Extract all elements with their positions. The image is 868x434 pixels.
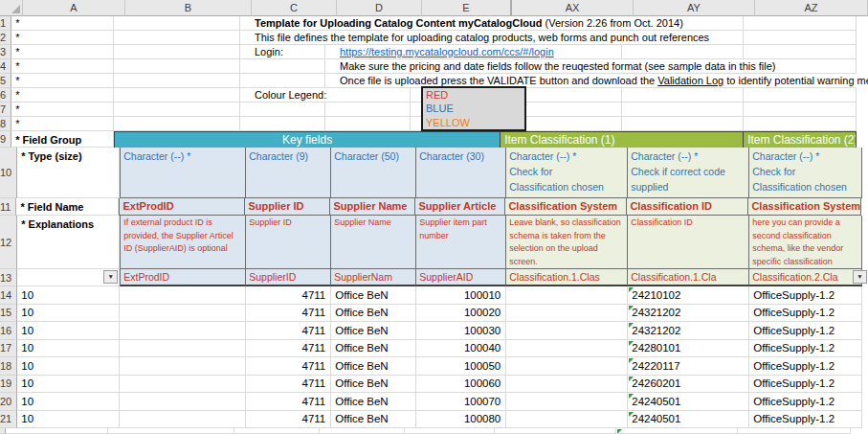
field-name-supplier-article[interactable]: Supplier Article — [415, 198, 505, 216]
row-header-6[interactable]: 6 — [0, 88, 11, 103]
row-header-11[interactable]: 11 — [0, 198, 16, 216]
col-header-AZ[interactable]: AZ — [755, 0, 868, 16]
cell-AY21[interactable]: 24240501 — [628, 411, 749, 429]
cell-B18[interactable] — [120, 357, 246, 376]
explanation-classification-system-1[interactable]: Leave blank, so classification schema is… — [506, 216, 628, 269]
cell-A3[interactable]: * — [11, 45, 114, 59]
cell-AX20[interactable] — [506, 393, 628, 411]
cell-AX17[interactable] — [506, 340, 628, 358]
explanation-supplier-name[interactable]: Supplier Name — [331, 216, 416, 269]
type-supplieraid[interactable]: Character (30) — [416, 148, 506, 198]
cell-E16[interactable]: 100030 — [416, 322, 506, 340]
cell-B15[interactable] — [120, 305, 246, 323]
cell-AX21[interactable] — [506, 411, 628, 429]
type-size-label[interactable]: * Type (size) — [17, 148, 120, 198]
cell-A14[interactable]: 10 — [17, 286, 120, 305]
row-header-19[interactable]: 19 — [0, 376, 17, 394]
cell-B5[interactable] — [114, 74, 240, 88]
cell-E20[interactable]: 100070 — [416, 393, 506, 411]
cell-D22[interactable] — [320, 428, 405, 434]
type-classification-system-2[interactable]: Character (--) * Check for Classificatio… — [749, 148, 862, 198]
cell-AZ19[interactable]: OfficeSupply-1.2 — [749, 376, 862, 394]
cell-D17[interactable]: Office BeN — [331, 340, 416, 358]
cell-AY20[interactable]: 24240501 — [628, 393, 749, 411]
cell-A15[interactable]: 10 — [17, 305, 120, 323]
cell-A7[interactable]: * — [11, 103, 114, 117]
cell-D16[interactable]: Office BeN — [331, 322, 416, 340]
cell-AY8[interactable] — [622, 117, 744, 131]
cell-B4[interactable] — [114, 59, 240, 74]
cell-C18[interactable]: 4711 — [246, 357, 331, 376]
row-header-18[interactable]: 18 — [0, 357, 17, 376]
cell-E18[interactable]: 100050 — [416, 357, 506, 376]
cell-AZ21[interactable]: OfficeSupply-1.2 — [749, 411, 862, 429]
cell-C4[interactable] — [240, 59, 325, 74]
cell-AX14[interactable] — [506, 286, 628, 305]
key-fields-band[interactable]: Key fields — [114, 131, 501, 148]
cell-B2[interactable] — [114, 31, 240, 45]
cell-AZ6[interactable] — [744, 88, 857, 103]
cell-AZ17[interactable]: OfficeSupply-1.2 — [749, 340, 862, 358]
filter-cell-A[interactable]: ▼ — [17, 269, 120, 286]
cell-C8[interactable] — [240, 117, 325, 131]
cell-C5[interactable] — [240, 74, 325, 88]
row-header-7[interactable]: 7 — [0, 103, 11, 117]
field-name-label[interactable]: * Field Name — [16, 198, 119, 216]
explanation-supplier-article[interactable]: Supplier item part number — [416, 216, 506, 269]
cell-A21[interactable]: 10 — [17, 411, 120, 429]
col-header-AY[interactable]: AY — [634, 0, 755, 16]
cell-D6[interactable] — [325, 88, 411, 103]
cell-A4[interactable]: * — [11, 59, 114, 74]
cell-B20[interactable] — [120, 393, 246, 411]
row-header-15[interactable]: 15 — [0, 305, 17, 323]
cell-B7[interactable] — [114, 103, 240, 117]
cell-C15[interactable]: 4711 — [246, 305, 331, 323]
field-name-supplier-name[interactable]: Supplier Name — [330, 198, 415, 216]
explanation-extprodid[interactable]: If external product ID is provided, the … — [120, 216, 246, 269]
cell-A17[interactable]: 10 — [17, 340, 120, 358]
filter-dropdown-classification-system-2[interactable]: ▼ — [853, 270, 867, 284]
filter-supplieraid[interactable]: SupplierAID ▼↑ — [416, 269, 506, 286]
cell-AZ22[interactable] — [738, 428, 851, 434]
select-all-corner[interactable] — [0, 0, 23, 16]
cell-D18[interactable]: Office BeN — [331, 357, 416, 376]
filter-extprodid[interactable]: ExtProdID ▼ — [120, 269, 246, 286]
field-name-classification-system-2[interactable]: Classification System — [748, 198, 861, 216]
col-header-B[interactable]: B — [125, 0, 252, 16]
cell-AY7[interactable] — [622, 103, 744, 117]
cell-C16[interactable]: 4711 — [246, 322, 331, 340]
filter-suppliername[interactable]: SupplierNam ▼ — [331, 269, 416, 286]
item-classification-1-band[interactable]: Item Classification (1) — [501, 131, 744, 148]
cell-C20[interactable]: 4711 — [246, 393, 331, 411]
cell-AZ20[interactable]: OfficeSupply-1.2 — [749, 393, 862, 411]
cell-D21[interactable]: Office BeN — [331, 411, 416, 429]
cell-A8[interactable]: * — [11, 117, 114, 131]
row-header-9[interactable]: 9 — [0, 131, 11, 148]
field-name-extprodid[interactable]: ExtProdID — [119, 198, 245, 216]
cell-AZ1[interactable] — [744, 16, 857, 31]
cell-C17[interactable]: 4711 — [246, 340, 331, 358]
row-header-12[interactable]: 12 — [0, 216, 17, 269]
cell-AZ14[interactable]: OfficeSupply-1.2 — [749, 286, 862, 305]
cell-AZ3[interactable] — [744, 45, 857, 59]
cell-B14[interactable] — [120, 286, 246, 305]
row-header-16[interactable]: 16 — [0, 322, 17, 340]
cell-AX22[interactable] — [495, 428, 616, 434]
cell-B22[interactable] — [108, 428, 234, 434]
cell-E19[interactable]: 100060 — [416, 376, 506, 394]
type-extprodid[interactable]: Character (--) * — [120, 148, 246, 198]
type-suppliername[interactable]: Character (50) — [331, 148, 416, 198]
cell-C22[interactable] — [234, 428, 320, 434]
field-name-classification-system-1[interactable]: Classification System — [505, 198, 627, 216]
filter-classification-system-1[interactable]: Classification.1.Clas ▼ — [506, 269, 628, 286]
cell-D14[interactable]: Office BeN — [331, 286, 416, 305]
row-header-1[interactable]: 1 — [0, 16, 11, 31]
cell-B3[interactable] — [114, 45, 240, 59]
filter-dropdown-a[interactable]: ▼ — [103, 270, 118, 284]
cell-A16[interactable]: 10 — [17, 322, 120, 340]
col-header-AX[interactable]: AX — [512, 0, 634, 16]
row-header-2[interactable]: 2 — [0, 31, 11, 45]
cell-A20[interactable]: 10 — [17, 393, 120, 411]
cell-AZ16[interactable]: OfficeSupply-1.2 — [749, 322, 862, 340]
row-header-20[interactable]: 20 — [0, 393, 17, 411]
